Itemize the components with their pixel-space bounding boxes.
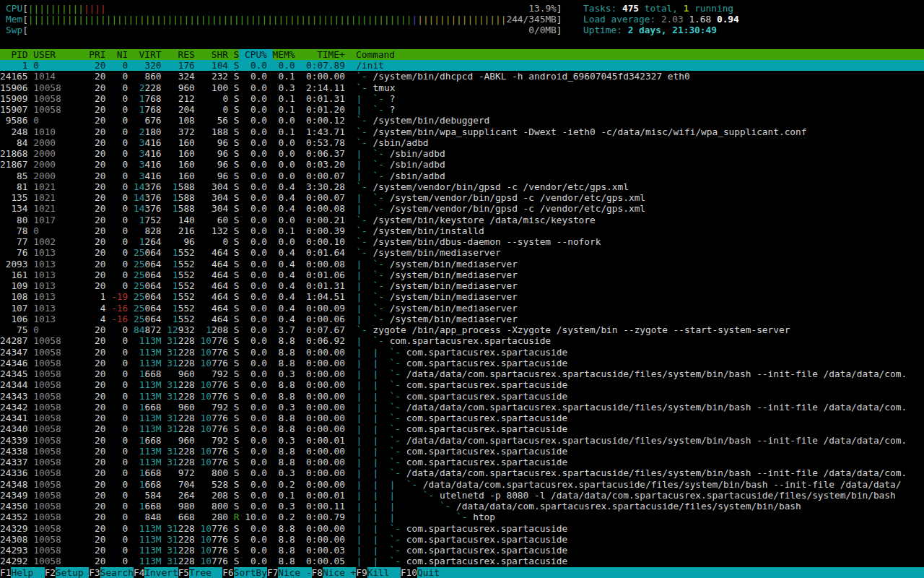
- virt-cell: 064: [144, 247, 161, 258]
- table-row[interactable]: 24336 10058 20 0 1668 972 800 S 0.0 0.3 …: [0, 467, 924, 478]
- table-row[interactable]: 24350 10058 20 0 1668 980 800 S 0.0 0.3 …: [0, 501, 924, 512]
- table-row[interactable]: 134 1021 20 0 14376 1588 304 S 0.0 0.4 0…: [0, 203, 924, 214]
- table-row[interactable]: 24338 10058 20 0 113M 31228 10776 S 0.0 …: [0, 446, 924, 457]
- table-row[interactable]: 24347 10058 20 0 113M 31228 10776 S 0.0 …: [0, 347, 924, 358]
- table-row[interactable]: 24329 10058 20 0 113M 31228 10776 S 0.0 …: [0, 523, 924, 534]
- fkey-action-setup[interactable]: Setup: [56, 567, 89, 578]
- table-row[interactable]: 109 1013 20 0 25064 1552 464 S 0.0 0.4 0…: [0, 280, 924, 291]
- priority-cell: 20: [89, 402, 105, 413]
- cpu-percent-cell: 0.0: [245, 247, 267, 258]
- cpu-percent-cell: 0.0: [245, 159, 267, 170]
- table-row[interactable]: 24337 10058 20 0 113M 31228 10776 S 0.0 …: [0, 457, 924, 467]
- table-row[interactable]: 24344 10058 20 0 113M 31228 10776 S 0.0 …: [0, 379, 924, 390]
- fkey-action-nice[interactable]: Nice +: [323, 567, 356, 578]
- res-cell: 552: [178, 280, 195, 291]
- table-row[interactable]: 15907 10058 20 0 1768 204 0 S 0.0 0.1 0:…: [0, 104, 924, 115]
- table-row[interactable]: 24165 1014 20 0 860 324 232 S 0.0 0.1 0:…: [0, 71, 924, 82]
- table-row[interactable]: 106 1013 4 -16 25064 1552 464 S 0.0 0.4 …: [0, 314, 924, 324]
- shr-cell: 792: [212, 435, 228, 446]
- table-row[interactable]: 107 1013 4 -16 25064 1552 464 S 0.0 0.4 …: [0, 303, 924, 314]
- table-row[interactable]: 248 1010 20 0 2180 372 188 S 0.0 0.1 1:4…: [0, 126, 924, 137]
- table-row[interactable]: 21868 2000 20 0 3416 160 96 S 0.0 0.0 0:…: [0, 148, 924, 159]
- priority-cell: 20: [89, 490, 105, 501]
- time-cell: 1:43.71: [300, 126, 345, 137]
- user-cell: 10058: [33, 413, 83, 423]
- table-row[interactable]: 24349 10058 20 0 584 264 208 S 0.0 0.1 0…: [0, 490, 924, 501]
- shr-cell: 776: [212, 523, 228, 534]
- fkey-number-f7[interactable]: F7: [267, 567, 278, 578]
- sort-column-header-cpu[interactable]: CPU%: [239, 49, 272, 60]
- shr-cell-magnitude: 10: [201, 457, 212, 467]
- table-row[interactable]: 24308 10058 20 0 113M 31228 10776 S 0.0 …: [0, 534, 924, 545]
- fkey-number-f8[interactable]: F8: [312, 567, 323, 578]
- table-row[interactable]: 24343 10058 20 0 113M 31228 10776 S 0.0 …: [0, 391, 924, 402]
- fkey-number-f10[interactable]: F10: [401, 567, 417, 578]
- table-row[interactable]: 9586 0 20 0 676 108 56 S 0.0 0.0 0:00.12…: [0, 115, 924, 126]
- res-cell-magnitude: 31: [167, 556, 178, 566]
- fkey-action-quit[interactable]: Quit: [417, 567, 450, 578]
- time-cell: 0:01.20: [300, 104, 345, 115]
- fkey-action-nice[interactable]: Nice -: [278, 567, 311, 578]
- user-cell: 10058: [33, 335, 83, 346]
- table-row[interactable]: 24292 10058 20 0 113M 31228 10776 S 0.0 …: [0, 556, 924, 566]
- state-cell: S: [234, 137, 240, 148]
- table-row[interactable]: 24341 10058 20 0 113M 31228 10776 S 0.0 …: [0, 413, 924, 423]
- table-row[interactable]: 24348 10058 20 0 1668 704 528 S 0.0 0.2 …: [0, 479, 924, 490]
- virt-cell-magnitude: 113M: [139, 446, 162, 457]
- table-row[interactable]: 77 1002 20 0 1264 96 0 S 0.0 0.0 0:00.10…: [0, 236, 924, 247]
- table-row[interactable]: 24352 10058 20 0 848 668 280 R 10.0 0.2 …: [0, 512, 924, 522]
- fkey-action-kill[interactable]: Kill: [367, 567, 401, 578]
- virt-cell: 668: [144, 501, 161, 512]
- swap-meter-bar: 0/0MB: [28, 25, 557, 35]
- tasks-label: Tasks:: [583, 3, 622, 14]
- table-row[interactable]: 81 1021 20 0 14376 1588 304 S 0.0 0.4 3:…: [0, 181, 924, 192]
- command-cell: com.spartacusrex.spartacuside: [406, 358, 567, 368]
- table-row[interactable]: 15909 10058 20 0 1768 212 0 S 0.0 0.1 0:…: [0, 93, 924, 104]
- priority-cell: 20: [89, 115, 105, 126]
- table-row[interactable]: 15906 10058 20 0 2228 960 100 S 0.0 0.3 …: [0, 82, 924, 93]
- table-row[interactable]: 135 1021 20 0 14376 1588 304 S 0.0 0.4 0…: [0, 192, 924, 203]
- fkey-number-f5[interactable]: F5: [178, 567, 189, 578]
- table-row[interactable]: 80 1017 20 0 1752 140 60 S 0.0 0.0 0:00.…: [0, 215, 924, 225]
- table-row[interactable]: 161 1013 20 0 25064 1552 464 S 0.0 0.4 0…: [0, 269, 924, 280]
- fkey-number-f6[interactable]: F6: [222, 567, 233, 578]
- meter-value-text: 13.9%: [528, 3, 557, 14]
- table-row[interactable]: 24342 10058 20 0 1668 960 792 S 0.0 0.3 …: [0, 402, 924, 413]
- priority-cell: 20: [89, 545, 105, 556]
- table-row[interactable]: 78 0 20 0 828 216 132 S 0.0 0.1 0:00.39 …: [0, 225, 924, 236]
- fkey-action-invert[interactable]: Invert: [144, 567, 178, 578]
- pid-cell: 248: [0, 126, 28, 137]
- table-row[interactable]: 24339 10058 20 0 1668 960 792 S 0.0 0.3 …: [0, 435, 924, 446]
- fkey-number-f1[interactable]: F1: [0, 567, 11, 578]
- table-row[interactable]: 76 1013 20 0 25064 1552 464 S 0.0 0.4 0:…: [0, 247, 924, 258]
- fkey-action-sortby[interactable]: SortBy: [234, 567, 267, 578]
- fkey-number-f2[interactable]: F2: [45, 567, 56, 578]
- table-row[interactable]: 108 1013 1 -19 25064 1552 464 S 0.0 0.4 …: [0, 291, 924, 302]
- fkey-action-search[interactable]: Search: [100, 567, 134, 578]
- priority-cell: 1: [89, 291, 105, 302]
- table-row[interactable]: 2093 1013 20 0 25064 1552 464 S 0.0 0.4 …: [0, 259, 924, 269]
- fkey-action-help[interactable]: Help: [11, 567, 44, 578]
- fkey-number-f9[interactable]: F9: [356, 567, 367, 578]
- table-row-selected[interactable]: 1 0 20 0 320 176 104 S 0.0 0.0 0:07.89 /…: [0, 60, 924, 71]
- table-header-row[interactable]: PID USER PRI NI VIRT RES SHR S CPU% MEM%…: [0, 49, 924, 60]
- table-row[interactable]: 84 2000 20 0 3416 160 96 S 0.0 0.0 0:53.…: [0, 137, 924, 148]
- table-row[interactable]: 24293 10058 20 0 113M 31228 10776 S 0.0 …: [0, 545, 924, 556]
- table-row[interactable]: 85 2000 20 0 3416 160 96 S 0.0 0.0 0:00.…: [0, 171, 924, 181]
- shr-cell: 60: [217, 215, 228, 225]
- user-cell: 10058: [33, 457, 83, 467]
- user-cell: 0: [33, 60, 83, 71]
- fkey-number-f4[interactable]: F4: [134, 567, 144, 578]
- priority-cell: 20: [89, 126, 105, 137]
- state-cell: S: [234, 225, 240, 236]
- table-row[interactable]: 24346 10058 20 0 113M 31228 10776 S 0.0 …: [0, 358, 924, 368]
- table-row[interactable]: 75 0 20 0 84872 12932 1208 S 0.0 3.7 0:0…: [0, 324, 924, 335]
- table-row[interactable]: 21867 2000 20 0 3416 160 96 S 0.0 0.0 0:…: [0, 159, 924, 170]
- table-row[interactable]: 24287 10058 20 0 113M 31228 10776 S 0.0 …: [0, 335, 924, 346]
- fkey-action-tree[interactable]: Tree: [189, 567, 222, 578]
- table-row[interactable]: 24340 10058 20 0 113M 31228 10776 S 0.0 …: [0, 423, 924, 434]
- time-cell: 0:00.39: [300, 225, 345, 236]
- table-row[interactable]: 24345 10058 20 0 1668 960 792 S 0.0 0.3 …: [0, 368, 924, 379]
- time-cell: 0:00.00: [300, 368, 345, 379]
- fkey-number-f3[interactable]: F3: [89, 567, 100, 578]
